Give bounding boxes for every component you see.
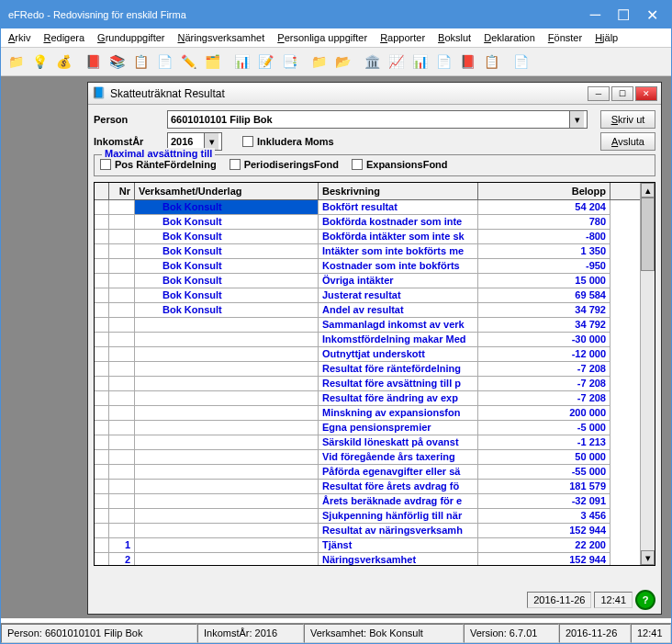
cell-belopp[interactable]: 69 584 (478, 288, 610, 303)
toolbar-icon[interactable]: 📈 (385, 51, 407, 73)
cell-verksamhet[interactable] (135, 333, 319, 347)
table-row[interactable]: Sjukpenning hänförlig till när3 456 (95, 509, 640, 524)
cell-nr[interactable] (109, 450, 135, 465)
toolbar-icon[interactable]: 💡 (28, 51, 50, 73)
toolbar-icon[interactable]: 📝 (254, 51, 276, 73)
cell-nr[interactable] (109, 509, 135, 524)
row-selector[interactable] (95, 230, 109, 244)
cell-beskrivning[interactable]: Näringsverksamhet (319, 553, 478, 565)
cell-belopp[interactable]: 1 350 (478, 244, 610, 259)
row-selector[interactable] (95, 377, 109, 391)
cell-beskrivning[interactable]: Övriga intäkter (319, 274, 478, 288)
cell-belopp[interactable]: -1 213 (478, 435, 610, 450)
table-row[interactable]: Bok KonsultIntäkter som inte bokförts me… (95, 244, 640, 259)
row-selector[interactable] (95, 244, 109, 259)
cell-verksamhet[interactable] (135, 435, 319, 450)
cell-belopp[interactable]: -800 (478, 230, 610, 244)
cell-verksamhet[interactable]: Bok Konsult (135, 274, 319, 288)
table-row[interactable]: 2Näringsverksamhet152 944 (95, 553, 640, 565)
cell-verksamhet[interactable] (135, 480, 319, 494)
table-row[interactable]: Bok KonsultAndel av resultat34 792 (95, 303, 640, 318)
cell-beskrivning[interactable]: Årets beräknade avdrag för e (319, 494, 478, 509)
person-dropdown[interactable]: 6601010101 Filip Bok ▾ (167, 110, 588, 129)
cell-belopp[interactable]: 181 579 (478, 480, 610, 494)
cell-nr[interactable] (109, 333, 135, 347)
cell-beskrivning[interactable]: Resultat före avsättning till p (319, 377, 478, 391)
col-beskrivning[interactable]: Beskrivning (319, 183, 478, 199)
cell-beskrivning[interactable]: Resultat före årets avdrag fö (319, 480, 478, 494)
scroll-up-icon[interactable]: ▴ (641, 183, 655, 198)
cell-nr[interactable] (109, 377, 135, 391)
close-icon[interactable]: ✕ (646, 6, 658, 24)
row-selector[interactable] (95, 421, 109, 435)
toolbar-icon[interactable]: 📕 (82, 51, 104, 73)
cell-belopp[interactable]: 50 000 (478, 450, 610, 465)
cell-nr[interactable] (109, 288, 135, 303)
row-selector[interactable] (95, 465, 109, 480)
toolbar-icon[interactable]: 🏛️ (361, 51, 383, 73)
cell-nr[interactable] (109, 274, 135, 288)
maximize-icon[interactable]: ☐ (617, 6, 630, 24)
col-nr[interactable]: Nr (109, 183, 135, 199)
row-selector[interactable] (95, 274, 109, 288)
cell-belopp[interactable]: -7 208 (478, 377, 610, 391)
cell-verksamhet[interactable] (135, 524, 319, 538)
cell-belopp[interactable]: -32 091 (478, 494, 610, 509)
checkbox-icon[interactable] (100, 159, 111, 170)
cell-verksamhet[interactable] (135, 362, 319, 377)
cell-nr[interactable] (109, 480, 135, 494)
row-selector[interactable] (95, 362, 109, 377)
cell-beskrivning[interactable]: Bokfört resultat (319, 200, 478, 215)
cell-belopp[interactable]: -7 208 (478, 362, 610, 377)
cell-belopp[interactable]: -7 208 (478, 391, 610, 406)
cell-nr[interactable] (109, 524, 135, 538)
cell-beskrivning[interactable]: Outnyttjat underskott (319, 347, 478, 362)
cell-beskrivning[interactable]: Bokförda kostnader som inte (319, 215, 478, 230)
scroll-track[interactable] (641, 198, 655, 550)
cell-belopp[interactable]: -55 000 (478, 465, 610, 480)
table-row[interactable]: Inkomstfördelning makar Med-30 000 (95, 333, 640, 347)
menu-redigera[interactable]: Redigera (43, 32, 84, 43)
cell-verksamhet[interactable] (135, 421, 319, 435)
cell-belopp[interactable]: -30 000 (478, 333, 610, 347)
scroll-thumb[interactable] (641, 198, 655, 271)
cell-nr[interactable]: 1 (109, 538, 135, 553)
toolbar-icon[interactable]: 📋 (129, 51, 151, 73)
row-selector[interactable] (95, 480, 109, 494)
cell-nr[interactable] (109, 230, 135, 244)
toolbar-icon[interactable]: 📄 (510, 51, 532, 73)
cell-belopp[interactable]: 152 944 (478, 553, 610, 565)
scroll-down-icon[interactable]: ▾ (641, 550, 655, 565)
checkbox-icon[interactable] (230, 159, 241, 170)
toolbar-icon[interactable]: 📊 (409, 51, 431, 73)
moms-checkbox[interactable]: Inkludera Moms (242, 136, 334, 147)
cell-verksamhet[interactable] (135, 553, 319, 565)
cell-beskrivning[interactable]: Kostnader som inte bokförts (319, 259, 478, 274)
cell-nr[interactable] (109, 435, 135, 450)
row-selector[interactable] (95, 318, 109, 333)
cell-belopp[interactable]: 3 456 (478, 509, 610, 524)
row-selector[interactable] (95, 391, 109, 406)
table-row[interactable]: Vid föregående års taxering50 000 (95, 450, 640, 465)
cell-verksamhet[interactable] (135, 450, 319, 465)
cell-beskrivning[interactable]: Tjänst (319, 538, 478, 553)
row-selector[interactable] (95, 435, 109, 450)
cell-beskrivning[interactable]: Särskild löneskatt på ovanst (319, 435, 478, 450)
toolbar-icon[interactable]: 📄 (432, 51, 454, 73)
cell-verksamhet[interactable]: Bok Konsult (135, 200, 319, 215)
cell-beskrivning[interactable]: Minskning av expansionsfon (319, 406, 478, 421)
table-row[interactable]: Årets beräknade avdrag för e-32 091 (95, 494, 640, 509)
cell-nr[interactable] (109, 347, 135, 362)
cell-belopp[interactable]: 34 792 (478, 303, 610, 318)
table-row[interactable]: Outnyttjat underskott-12 000 (95, 347, 640, 362)
cell-verksamhet[interactable] (135, 377, 319, 391)
toolbar-icon[interactable]: 📑 (278, 51, 300, 73)
toolbar-icon[interactable]: 📋 (480, 51, 502, 73)
table-row[interactable]: Resultat före räntefördelning-7 208 (95, 362, 640, 377)
table-row[interactable]: Resultat före avsättning till p-7 208 (95, 377, 640, 391)
table-row[interactable]: Påförda egenavgifter eller sä-55 000 (95, 465, 640, 480)
toolbar-icon[interactable]: 📊 (230, 51, 252, 73)
row-selector[interactable] (95, 553, 109, 565)
table-row[interactable]: Bok KonsultBokfört resultat54 204 (95, 200, 640, 215)
menu-fonster[interactable]: Fönster (548, 32, 582, 43)
